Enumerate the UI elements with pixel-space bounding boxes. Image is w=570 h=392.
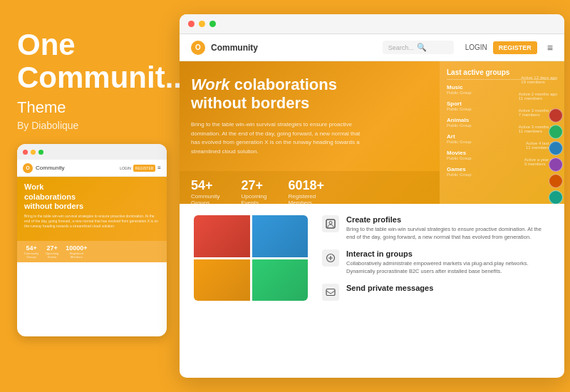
feature-items: Create profiles Bring to the table win-w… bbox=[322, 215, 550, 309]
group-name-0: Music bbox=[447, 84, 557, 91]
main-logo: O bbox=[191, 41, 205, 55]
hero-stat-2: 6018+ RegisteredMembers bbox=[288, 178, 324, 204]
phone-menu-icon: ≡ bbox=[157, 165, 161, 171]
phone-dot-green bbox=[38, 150, 43, 155]
group-item-5: Active a year ago3 members Games Public … bbox=[447, 166, 557, 177]
feature-text-1: Interact in groups Collaboratively admin… bbox=[346, 249, 550, 275]
phone-login: LOGIN bbox=[120, 166, 131, 170]
feature-icon-2 bbox=[322, 284, 339, 301]
feature-icon-1 bbox=[322, 249, 339, 267]
main-mockup: O Community Search... 🔍 LOGIN REGISTER ≡… bbox=[180, 14, 564, 378]
feature-section: Create profiles Bring to the table win-w… bbox=[180, 204, 564, 321]
phone-stat-num-2: 10000+ bbox=[66, 244, 87, 252]
main-dot-red bbox=[188, 21, 195, 27]
feature-icon-0 bbox=[322, 215, 339, 232]
hero-title-line1: Work colaborations bbox=[191, 76, 337, 93]
phone-stat-label-2: RegisteredMembers bbox=[66, 252, 87, 259]
phone-dot-yellow bbox=[31, 150, 36, 155]
phone-stat-1: 27+ UpcomingEvents bbox=[46, 244, 58, 259]
svg-rect-3 bbox=[326, 289, 335, 296]
phone-nav-icons: LOGIN REGISTER ≡ bbox=[120, 165, 161, 172]
phone-hero: Workcolaborationswithout borders Bring t… bbox=[17, 177, 167, 241]
phone-nav: O Community LOGIN REGISTER ≡ bbox=[17, 160, 167, 177]
phone-mockup: O Community LOGIN REGISTER ≡ Workcolabor… bbox=[17, 144, 167, 336]
avatar-1 bbox=[549, 125, 563, 139]
feature-photo-1 bbox=[252, 215, 309, 257]
feature-label-1: Interact in groups bbox=[346, 249, 550, 258]
hero-stat-1: 27+ UpcomingEvents bbox=[241, 178, 266, 204]
hero-stat-label-0: CommunityGroups bbox=[191, 193, 219, 204]
feature-photos bbox=[194, 215, 308, 301]
phone-hero-desc: Bring to the table win-win survival stra… bbox=[24, 214, 160, 229]
product-title: OneCommunit.. bbox=[17, 29, 160, 94]
phone-top-bar bbox=[17, 144, 167, 160]
hero-title-line2: without borders bbox=[191, 94, 309, 112]
hero-stat-num-0: 54+ bbox=[191, 178, 219, 193]
group-name-2: Animals bbox=[447, 117, 557, 123]
hero-stat-num-2: 6018+ bbox=[288, 178, 324, 193]
phone-stat-label-0: CommunityGroups bbox=[24, 252, 38, 259]
feature-photo-3 bbox=[252, 259, 309, 301]
svg-point-1 bbox=[329, 222, 332, 225]
phone-register: REGISTER bbox=[133, 165, 156, 172]
main-register-button[interactable]: REGISTER bbox=[493, 41, 537, 54]
hero-stats: 54+ CommunityGroups 27+ UpcomingEvents 6… bbox=[180, 171, 440, 204]
avatar-strip bbox=[549, 108, 564, 204]
main-top-bar bbox=[180, 14, 564, 34]
phone-stat-2: 10000+ RegisteredMembers bbox=[66, 244, 87, 259]
hero-stat-num-1: 27+ bbox=[241, 178, 266, 193]
group-name-3: Art bbox=[447, 133, 557, 140]
main-dot-green bbox=[209, 21, 216, 27]
phone-stats: 54+ CommunityGroups 27+ UpcomingEvents 1… bbox=[17, 241, 167, 262]
phone-stat-label-1: UpcomingEvents bbox=[46, 252, 58, 259]
main-community-label: Community bbox=[211, 43, 258, 53]
avatar-3 bbox=[549, 158, 563, 172]
main-hero: Work colaborations without borders Bring… bbox=[180, 61, 564, 204]
feature-desc-1: Collaboratively administrate empowered m… bbox=[346, 260, 550, 275]
feature-item-0: Create profiles Bring to the table win-w… bbox=[322, 215, 550, 241]
phone-dot-red bbox=[23, 150, 28, 155]
feature-photo-0 bbox=[194, 215, 250, 257]
feature-label-2: Send private messages bbox=[346, 284, 433, 292]
feature-desc-0: Bring to the table win-win survival stra… bbox=[346, 226, 550, 241]
group-meta-1: Active 2 months ago11 members bbox=[519, 92, 557, 100]
left-panel: OneCommunit.. Theme By Diabolique O Comm… bbox=[0, 0, 177, 392]
main-login-button[interactable]: LOGIN bbox=[465, 43, 487, 51]
hero-stat-label-1: UpcomingEvents bbox=[241, 193, 266, 204]
group-type-5: Public Group bbox=[447, 172, 557, 177]
hero-desc: Bring to the table win-win survival stra… bbox=[191, 120, 362, 157]
feature-text-0: Create profiles Bring to the table win-w… bbox=[346, 215, 550, 241]
phone-stat-num-0: 54+ bbox=[24, 244, 38, 252]
phone-logo: O bbox=[23, 163, 33, 173]
hero-left: Work colaborations without borders Bring… bbox=[180, 61, 440, 171]
hero-stat-label-2: RegisteredMembers bbox=[288, 193, 324, 204]
main-nav: O Community Search... 🔍 LOGIN REGISTER ≡ bbox=[180, 34, 564, 61]
groups-panel: Last active groups Active 12 days ago19 … bbox=[440, 61, 564, 204]
group-name-1: Sport bbox=[447, 100, 557, 107]
avatar-5 bbox=[549, 190, 563, 204]
search-icon: 🔍 bbox=[417, 43, 427, 52]
feature-label-0: Create profiles bbox=[346, 215, 550, 224]
avatar-2 bbox=[549, 141, 563, 155]
group-meta-0: Active 12 days ago19 members bbox=[521, 76, 557, 84]
by-label: By Diabolique bbox=[17, 120, 160, 131]
main-menu-icon[interactable]: ≡ bbox=[547, 42, 553, 53]
group-name-5: Games bbox=[447, 166, 557, 172]
main-search-box[interactable]: Search... 🔍 bbox=[383, 41, 454, 54]
phone-stat-0: 54+ CommunityGroups bbox=[24, 244, 38, 259]
avatar-4 bbox=[549, 174, 563, 188]
phone-stat-num-1: 27+ bbox=[46, 244, 58, 252]
main-dot-yellow bbox=[199, 21, 205, 27]
search-placeholder: Search... bbox=[388, 44, 414, 51]
hero-content: Work colaborations without borders Bring… bbox=[180, 61, 440, 204]
theme-label: Theme bbox=[17, 98, 160, 117]
group-name-4: Movies bbox=[447, 150, 557, 156]
avatar-0 bbox=[549, 108, 563, 123]
feature-item-1: Interact in groups Collaboratively admin… bbox=[322, 249, 550, 275]
feature-photo-2 bbox=[194, 259, 250, 301]
hero-stat-0: 54+ CommunityGroups bbox=[191, 178, 219, 204]
feature-text-2: Send private messages bbox=[346, 284, 433, 294]
phone-hero-title: Workcolaborationswithout borders bbox=[24, 182, 160, 211]
hero-title: Work colaborations without borders bbox=[191, 76, 428, 113]
feature-item-2: Send private messages bbox=[322, 284, 550, 301]
